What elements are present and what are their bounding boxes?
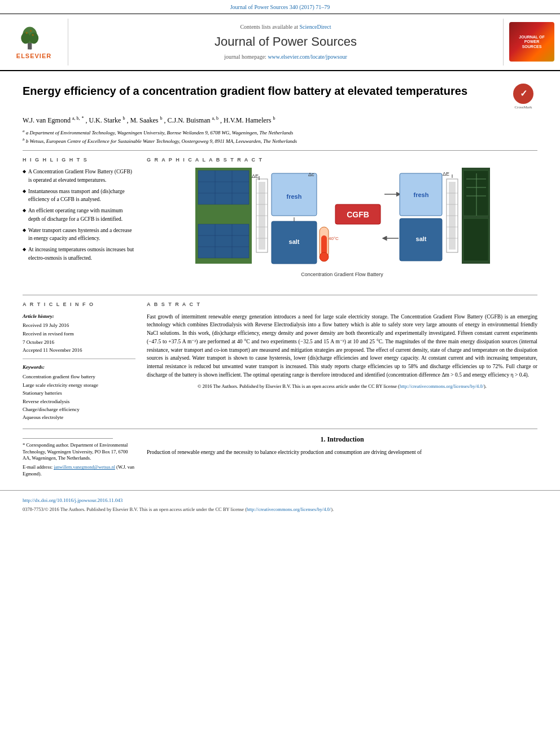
footer-section: * Corresponding author. Department of En… [23, 429, 537, 478]
article-title: Energy efficiency of a concentration gra… [23, 84, 500, 98]
author-vanegmond: W.J. van Egmond [23, 116, 71, 124]
bullet-icon: ◆ [23, 188, 26, 204]
svg-text:ΔE: ΔE [443, 171, 449, 177]
journal-citation: Journal of Power Sources 340 (2017) 71–7… [0, 0, 560, 14]
article-info-abstract-section: A R T I C L E I N F O Article history: R… [23, 295, 537, 422]
elsevier-logo: ELSEVIER [0, 24, 68, 60]
highlights-column: H I G H L I G H T S ◆ A Concentration Gr… [23, 156, 135, 289]
keyword: Large scale electricity energy storage [23, 381, 135, 389]
cgfb-diagram: ΔE fresh salt Δc 40°C [147, 168, 537, 281]
graphical-abstract: ΔE fresh salt Δc 40°C [147, 168, 537, 283]
issn-cc-link[interactable]: http://creativecommons.org/licenses/by/4… [247, 506, 331, 512]
highlight-text: Water transport causes hysteresis and a … [28, 226, 135, 243]
svg-point-5 [25, 32, 28, 34]
article-history-label: Article history: [23, 313, 135, 320]
list-item: ◆ At increasing temperatures osmosis inc… [23, 246, 135, 262]
keywords-label: Keywords: [23, 364, 135, 371]
journal-center: Contents lists available at ScienceDirec… [68, 19, 504, 65]
crossmark-icon: ✓ [513, 84, 533, 104]
graphical-abstract-column: G R A P H I C A L A B S T R A C T [147, 156, 537, 289]
svg-rect-14 [198, 224, 249, 258]
elsevier-label: ELSEVIER [16, 52, 51, 60]
highlight-text: At increasing temperatures osmosis incre… [28, 246, 135, 262]
affiliation-a: a a Department of Environmental Technolo… [23, 128, 537, 137]
doi-link[interactable]: http://dx.doi.org/10.1016/j.jpowsour.201… [23, 497, 123, 503]
keyword: Concentration gradient flow battery [23, 373, 135, 381]
svg-point-36 [320, 252, 329, 261]
footnote-text: * Corresponding author. Department of En… [23, 442, 135, 462]
svg-point-3 [21, 32, 30, 43]
keyword: Aqueous electrolyte [23, 413, 135, 421]
svg-point-7 [32, 34, 34, 36]
article-title-section: Energy efficiency of a concentration gra… [23, 84, 537, 111]
revised-label: Received in revised form [23, 330, 135, 338]
abstract-label: A B S T R A C T [147, 301, 537, 308]
email-line: E-mail address: janwillem.vanegmond@wets… [23, 464, 135, 478]
svg-text:Concentration Gradient Flow Ba: Concentration Gradient Flow Battery [301, 272, 383, 277]
list-item: ◆ Water transport causes hysteresis and … [23, 226, 135, 243]
svg-text:fresh: fresh [287, 193, 302, 200]
svg-rect-9 [198, 171, 249, 204]
sciencedirect-anchor[interactable]: ScienceDirect [299, 24, 331, 30]
footnote-column: * Corresponding author. Department of En… [23, 435, 135, 478]
crossmark-label: CrossMark [514, 105, 532, 111]
highlight-text: A Concentration Gradient Flow Battery (C… [28, 168, 135, 184]
abstract-text: Fast growth of intermittent renewable en… [147, 313, 537, 390]
affiliation-b: b b Wetsus, European Centre of Excellenc… [23, 137, 537, 146]
svg-rect-55 [463, 219, 488, 261]
affiliations: a a Department of Environmental Technolo… [23, 128, 537, 146]
accepted-date: Accepted 11 November 2016 [23, 347, 135, 354]
article-info-column: A R T I C L E I N F O Article history: R… [23, 301, 135, 422]
journal-url[interactable]: www.elsevier.com/locate/jpowsour [268, 54, 347, 60]
revised-date: 7 October 2016 [23, 339, 135, 346]
bullet-icon: ◆ [23, 168, 26, 184]
svg-point-4 [29, 32, 38, 43]
highlights-label: H I G H L I G H T S [23, 156, 135, 164]
svg-text:Δc: Δc [308, 172, 314, 177]
journal-logo-text: JOURNAL OFPOWERSOURCES [519, 35, 544, 49]
received-date: Received 19 July 2016 [23, 322, 135, 329]
keyword: Charge/discharge efficiency [23, 405, 135, 413]
elsevier-tree-icon [17, 24, 51, 52]
graphical-abstract-label: G R A P H I C A L A B S T R A C T [147, 156, 537, 164]
svg-rect-54 [463, 171, 488, 216]
highlight-text: An efficient operating range with maximu… [28, 207, 135, 223]
abstract-paragraph: Fast growth of intermittent renewable en… [147, 313, 537, 379]
journal-logo-box: JOURNAL OFPOWERSOURCES [509, 22, 554, 62]
journal-header: ELSEVIER Contents lists available at Sci… [0, 14, 560, 71]
email-link[interactable]: janwillem.vanegmond@wetsus.nl [54, 465, 115, 470]
issn-text: 0378-7753/© 2016 The Authors. Published … [23, 506, 537, 513]
article-main: Energy efficiency of a concentration gra… [0, 71, 560, 483]
journal-title: Journal of Power Sources [73, 33, 498, 51]
bullet-icon: ◆ [23, 246, 26, 262]
sciencedirect-link: Contents lists available at ScienceDirec… [73, 23, 498, 31]
crossmark: ✓ CrossMark [509, 84, 537, 111]
cc-license: © 2016 The Authors. Published by Elsevie… [147, 383, 537, 390]
intro-heading: 1. Introduction [147, 435, 537, 444]
svg-point-6 [30, 30, 32, 32]
svg-text:CGFB: CGFB [347, 210, 369, 219]
keyword: Reverse electrodialysis [23, 397, 135, 405]
list-item: ◆ A Concentration Gradient Flow Battery … [23, 168, 135, 184]
svg-text:salt: salt [289, 238, 300, 245]
svg-text:ΔE: ΔE [252, 173, 259, 179]
citation-text: Journal of Power Sources 340 (2017) 71–7… [230, 4, 330, 10]
keywords-list: Concentration gradient flow battery Larg… [23, 373, 135, 421]
abstract-column: A B S T R A C T Fast growth of intermitt… [147, 301, 537, 422]
cc-link[interactable]: http://creativecommons.org/licenses/by/4… [400, 383, 484, 389]
article-info-label: A R T I C L E I N F O [23, 301, 135, 308]
list-item: ◆ Instantaneous mass transport and (dis)… [23, 187, 135, 204]
introduction-column: 1. Introduction Production of renewable … [147, 435, 537, 478]
doi-section: http://dx.doi.org/10.1016/j.jpowsour.201… [23, 495, 537, 505]
svg-text:fresh: fresh [414, 191, 429, 198]
highlights-graphical-section: H I G H L I G H T S ◆ A Concentration Gr… [23, 150, 537, 289]
journal-logo-right: JOURNAL OFPOWERSOURCES [504, 22, 560, 62]
footnote-divider [23, 438, 113, 439]
bullet-icon: ◆ [23, 207, 26, 223]
highlights-list: ◆ A Concentration Gradient Flow Battery … [23, 168, 135, 262]
svg-text:40°C: 40°C [329, 236, 339, 241]
keyword: Stationary batteries [23, 389, 135, 397]
list-item: ◆ An efficient operating range with maxi… [23, 207, 135, 223]
bottom-bar: http://dx.doi.org/10.1016/j.jpowsour.201… [0, 490, 560, 518]
authors: W.J. van Egmond a, b, * , U.K. Starke b … [23, 115, 537, 126]
